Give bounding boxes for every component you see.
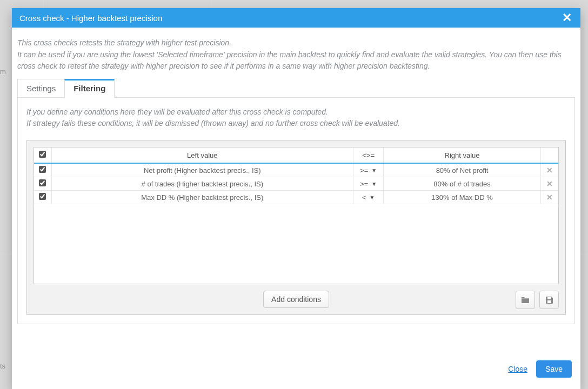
intro-text: This cross checks retests the strategy w…: [17, 33, 575, 79]
table-row: Max DD % (Higher backtest precis., IS)<▼…: [34, 191, 558, 204]
right-value-cell[interactable]: 80% of Net profit: [384, 163, 541, 177]
add-conditions-button[interactable]: Add conditions: [263, 291, 329, 308]
operator-text: <: [362, 193, 366, 202]
left-value-cell[interactable]: # of trades (Higher backtest precis., IS…: [51, 177, 353, 191]
modal-dialog: Cross check - Higher backtest precision …: [12, 8, 580, 389]
svg-rect-0: [547, 297, 551, 299]
operator-cell[interactable]: >=▼: [353, 163, 384, 177]
operator-cell[interactable]: <▼: [353, 191, 384, 204]
modal-footer: Close Save: [12, 354, 580, 389]
tab-strip: Settings Filtering: [17, 79, 575, 98]
intro-line-2: It can be used if you are using the lowe…: [17, 49, 575, 72]
conditions-grid-scroll: Left value <>= Right value Net profit (H…: [34, 147, 559, 284]
close-button[interactable]: Close: [508, 365, 527, 373]
header-right-value: Right value: [384, 147, 541, 163]
select-all-checkbox[interactable]: [39, 151, 46, 158]
operator-cell[interactable]: >=▼: [353, 177, 384, 191]
delete-row-icon[interactable]: ✕: [546, 179, 553, 188]
conditions-grid-wrap: Left value <>= Right value Net profit (H…: [26, 140, 566, 315]
right-value-cell[interactable]: 130% of Max DD %: [384, 191, 541, 204]
left-value-cell[interactable]: Max DD % (Higher backtest precis., IS): [51, 191, 353, 204]
operator-text: >=: [360, 180, 368, 188]
conditions-table: Left value <>= Right value Net profit (H…: [34, 147, 558, 204]
open-folder-button[interactable]: [516, 291, 535, 309]
right-value-cell[interactable]: 80% of # of trades: [384, 177, 541, 191]
modal-title: Cross check - Higher backtest precision: [19, 14, 162, 23]
modal-header: Cross check - Higher backtest precision …: [12, 8, 580, 28]
operator-text: >=: [360, 166, 368, 175]
chevron-down-icon: ▼: [371, 181, 377, 187]
panel-hint-line-2: If strategy fails these conditions, it w…: [26, 118, 566, 129]
row-checkbox[interactable]: [39, 166, 46, 173]
chevron-down-icon: ▼: [369, 194, 375, 200]
panel-hint-line-1: If you define any conditions here they w…: [26, 106, 566, 118]
save-button[interactable]: Save: [536, 360, 572, 378]
panel-hint: If you define any conditions here they w…: [26, 106, 566, 129]
tab-settings[interactable]: Settings: [17, 79, 65, 98]
svg-rect-1: [547, 300, 551, 303]
header-operator: <>=: [353, 147, 384, 163]
left-value-cell[interactable]: Net profit (Higher backtest precis., IS): [51, 163, 353, 177]
grid-footer: Add conditions: [34, 291, 559, 308]
tab-filtering[interactable]: Filtering: [64, 79, 115, 98]
folder-icon: [521, 296, 530, 304]
filtering-panel: If you define any conditions here they w…: [17, 97, 575, 324]
header-left-value: Left value: [51, 147, 353, 163]
row-checkbox[interactable]: [39, 179, 46, 186]
table-row: Net profit (Higher backtest precis., IS)…: [34, 163, 558, 177]
delete-row-icon[interactable]: ✕: [546, 193, 553, 202]
chevron-down-icon: ▼: [371, 167, 377, 173]
table-header-row: Left value <>= Right value: [34, 147, 558, 163]
table-row: # of trades (Higher backtest precis., IS…: [34, 177, 558, 191]
save-disk-button[interactable]: [539, 291, 559, 309]
row-checkbox[interactable]: [39, 193, 46, 200]
header-actions: [541, 147, 558, 163]
modal-body: This cross checks retests the strategy w…: [12, 28, 580, 354]
header-select-all[interactable]: [34, 147, 51, 163]
save-icon: [545, 296, 553, 304]
intro-line-1: This cross checks retests the strategy w…: [17, 37, 575, 49]
close-icon[interactable]: ✕: [561, 12, 573, 24]
delete-row-icon[interactable]: ✕: [546, 166, 553, 175]
